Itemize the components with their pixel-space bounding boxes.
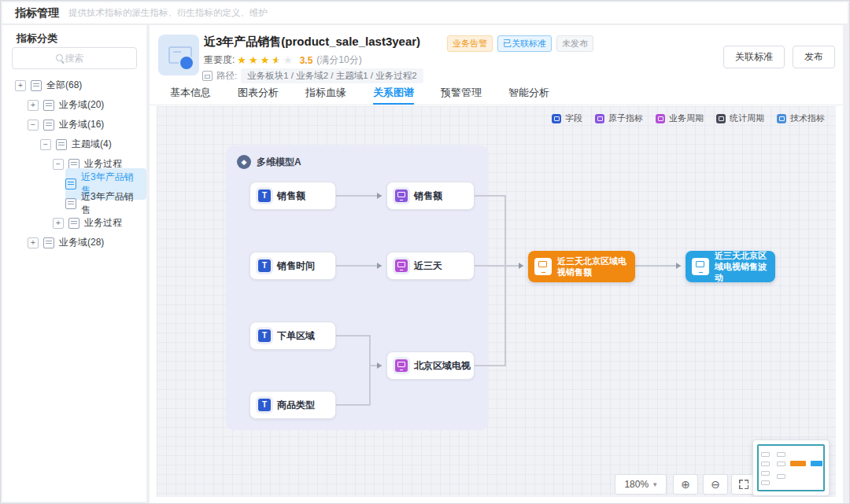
collapse-icon[interactable]: − (53, 159, 64, 170)
minimap-node (761, 471, 770, 476)
collapse-icon[interactable]: − (40, 139, 51, 150)
edge (336, 265, 382, 267)
minimap-node-orange (790, 461, 806, 466)
sidebar-item-domain-28[interactable]: +业务域(28) (2, 233, 146, 252)
top-bar: 指标管理 提供技术指标的派生指标、衍生指标的定义、维护 (2, 2, 848, 24)
field-icon (258, 189, 271, 202)
graph-node-product-type-field[interactable]: 商品类型 (249, 391, 336, 419)
search-input[interactable] (12, 47, 137, 69)
atomic-metric-icon (595, 114, 604, 123)
publish-button[interactable]: 发布 (793, 46, 835, 68)
folder-icon (43, 237, 54, 248)
subject-icon (56, 139, 67, 150)
sidebar-item-business-process-2[interactable]: +业务过程 (2, 213, 146, 233)
graph-node-last-3-days[interactable]: 近三天 (386, 252, 475, 280)
sidebar-item-domain-20[interactable]: +业务域(20) (2, 95, 146, 115)
legend-business-period: 业务周期 (656, 112, 704, 124)
tab-chart-analysis[interactable]: 图表分析 (238, 82, 279, 105)
search-box (12, 47, 137, 69)
legend-field: 字段 (552, 112, 582, 124)
business-period-icon (395, 359, 408, 372)
page-title: 近3年产品销售(product_sale_last3year) (204, 35, 420, 50)
graph-node-tech-metric[interactable]: 近三天北京区域电视销售波动 (686, 251, 775, 282)
minimap-node-blue (811, 461, 822, 466)
minimap-node (761, 480, 770, 485)
empty-star-icon: ★ (283, 55, 293, 65)
expand-icon[interactable]: + (28, 237, 39, 248)
edge (475, 365, 504, 366)
tab-alert-management[interactable]: 预警管理 (441, 82, 482, 105)
metric-monitor-icon (692, 258, 709, 275)
legend-atomic-metric: 原子指标 (595, 112, 643, 124)
status-badge-standard-linked: 已关联标准 (497, 35, 552, 52)
star-icon: ★ (237, 55, 246, 65)
sidebar-item-product-sale-2[interactable]: 近3年产品销售 (2, 193, 146, 213)
expand-icon[interactable]: + (28, 100, 39, 111)
zoom-in-button[interactable]: ⊕ (673, 474, 698, 495)
process-icon (68, 218, 79, 229)
app-subtitle: 提供技术指标的派生指标、衍生指标的定义、维护 (68, 7, 268, 19)
edge (336, 195, 382, 197)
folder-icon (43, 120, 54, 131)
rating-max: (满分10分) (316, 53, 361, 67)
edge (504, 195, 506, 366)
field-icon (258, 399, 271, 411)
minimap-node (761, 452, 770, 457)
minimap-node (777, 462, 785, 466)
expand-icon[interactable]: + (15, 80, 26, 91)
graph-node-derived-metric[interactable]: 近三天北京区域电视销售额 (528, 251, 635, 282)
legend-tech-metric: 技术指标 (777, 112, 825, 124)
fullscreen-icon (739, 480, 748, 489)
sidebar-title: 指标分类 (17, 31, 57, 46)
graph-node-sales-amount-atomic[interactable]: 销售额 (386, 182, 475, 210)
field-icon (552, 114, 561, 123)
graph-node-order-region-field[interactable]: 下单区域 (249, 322, 336, 350)
tab-bar: 基本信息 图表分析 指标血缘 关系图谱 预警管理 智能分析 (150, 82, 843, 105)
legend-statistic-period: 统计周期 (716, 112, 764, 124)
tab-basic-info[interactable]: 基本信息 (170, 82, 211, 105)
main-panel: 近3年产品销售(product_sale_last3year) 业务告警 已关联… (150, 25, 843, 503)
tab-intelligent-analysis[interactable]: 智能分析 (508, 82, 549, 105)
collapse-icon[interactable]: − (28, 120, 39, 131)
zoom-level-select[interactable]: 180% ▾ (615, 474, 667, 495)
arrow-icon (676, 263, 681, 269)
rating-value: 3.5 (300, 55, 313, 66)
sidebar-item-all[interactable]: +全部(68) (2, 75, 146, 95)
star-icon: ★ (249, 55, 258, 65)
app-title: 指标管理 (15, 6, 59, 20)
folder-icon (31, 80, 42, 91)
folder-icon (43, 100, 54, 111)
relate-standard-button[interactable]: 关联标准 (723, 46, 785, 68)
edge (475, 195, 504, 197)
importance-label: 重要度: (204, 53, 235, 67)
zoom-out-button[interactable]: ⊖ (703, 474, 728, 495)
minimap[interactable] (752, 440, 830, 496)
half-star-icon: ★ (272, 55, 281, 65)
header-actions: 关联标准 发布 (723, 46, 835, 68)
graph-legend: 字段 原子指标 业务周期 统计周期 技术指标 (552, 112, 825, 124)
status-badge-alert: 业务告警 (447, 35, 493, 52)
edge (369, 335, 371, 406)
sidebar-item-subject-domain[interactable]: −主题域(4) (2, 134, 146, 154)
sidebar: 指标分类 +全部(68) +业务域(20) −业务域(16) −主题域(4) −… (2, 25, 146, 502)
expand-icon[interactable]: + (53, 218, 64, 229)
sidebar-item-domain-16[interactable]: −业务域(16) (2, 115, 146, 134)
tag-icon (202, 71, 213, 81)
metric-thumbnail-icon (158, 35, 199, 75)
graph-node-beijing-region-tv[interactable]: 北京区域电视 (386, 351, 475, 380)
graph-node-sales-amount-field[interactable]: 销售额 (249, 182, 336, 210)
tab-relation-graph[interactable]: 关系图谱 (373, 82, 414, 105)
arrow-icon (377, 263, 382, 269)
star-icon: ★ (261, 55, 270, 65)
tab-metric-lineage[interactable]: 指标血缘 (305, 82, 346, 105)
minimap-node (761, 462, 770, 466)
importance-row: 重要度: ★ ★ ★ ★ ★ 3.5 (满分10分) (204, 53, 362, 67)
status-dot-icon (179, 55, 194, 71)
graph-node-sales-time-field[interactable]: 销售时间 (249, 252, 336, 280)
relation-graph-canvas[interactable]: 字段 原子指标 业务周期 统计周期 技术指标 ◆ 多维模型A (157, 106, 836, 497)
badge-group: 业务告警 已关联标准 未发布 (447, 35, 593, 52)
field-icon (258, 329, 271, 342)
statistic-period-icon (716, 114, 726, 123)
arrow-icon (377, 193, 382, 199)
app-frame: 指标管理 提供技术指标的派生指标、衍生指标的定义、维护 指标分类 +全部(68)… (0, 0, 850, 504)
